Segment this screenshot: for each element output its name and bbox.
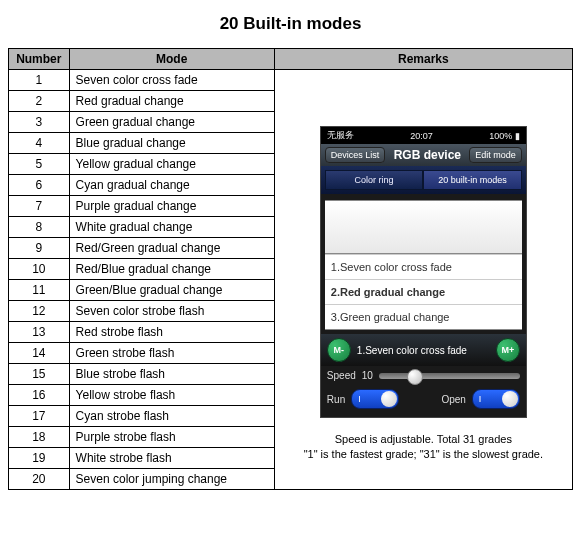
cell-mode: Seven color strobe flash bbox=[69, 301, 274, 322]
status-bar: 无服务 20:07 100% ▮ bbox=[321, 127, 526, 144]
tab-color-ring[interactable]: Color ring bbox=[325, 170, 424, 190]
cell-mode: Yellow strobe flash bbox=[69, 385, 274, 406]
status-time: 20:07 bbox=[410, 131, 433, 141]
cell-number: 11 bbox=[9, 280, 70, 301]
picker-item-1[interactable]: 1.Seven color cross fade bbox=[325, 254, 522, 279]
run-toggle[interactable]: I bbox=[351, 389, 399, 409]
cell-mode: Cyan gradual change bbox=[69, 175, 274, 196]
cell-mode: Blue strobe flash bbox=[69, 364, 274, 385]
cell-mode: Red gradual change bbox=[69, 91, 274, 112]
cell-mode: Cyan strobe flash bbox=[69, 406, 274, 427]
cell-mode: White gradual change bbox=[69, 217, 274, 238]
cell-number: 7 bbox=[9, 196, 70, 217]
picker-spacer bbox=[325, 201, 522, 254]
remarks-line2: "1" is the fastest grade; "31" is the sl… bbox=[304, 447, 543, 462]
cell-number: 14 bbox=[9, 343, 70, 364]
cell-number: 20 bbox=[9, 469, 70, 490]
run-label: Run bbox=[327, 394, 345, 405]
open-toggle[interactable]: I bbox=[472, 389, 520, 409]
speed-slider[interactable] bbox=[379, 373, 520, 379]
cell-number: 1 bbox=[9, 70, 70, 91]
cell-number: 19 bbox=[9, 448, 70, 469]
cell-number: 17 bbox=[9, 406, 70, 427]
picker-item-3[interactable]: 3.Green gradual change bbox=[325, 304, 522, 329]
remarks-line1: Speed is adjustable. Total 31 grades bbox=[304, 432, 543, 447]
speed-value: 10 bbox=[362, 370, 373, 381]
cell-mode: Green/Blue gradual change bbox=[69, 280, 274, 301]
cell-number: 8 bbox=[9, 217, 70, 238]
run-bar: Run I Open I bbox=[321, 385, 526, 417]
cell-mode: Seven color jumping change bbox=[69, 469, 274, 490]
current-mode-label: 1.Seven color cross fade bbox=[351, 345, 496, 356]
cell-mode: Seven color cross fade bbox=[69, 70, 274, 91]
cell-mode: Purple gradual change bbox=[69, 196, 274, 217]
status-carrier: 无服务 bbox=[327, 129, 354, 142]
open-label: Open bbox=[441, 394, 465, 405]
cell-number: 16 bbox=[9, 385, 70, 406]
cell-mode: Red strobe flash bbox=[69, 322, 274, 343]
header-remarks: Remarks bbox=[274, 49, 572, 70]
cell-mode: Yellow gradual change bbox=[69, 154, 274, 175]
cell-number: 12 bbox=[9, 301, 70, 322]
modes-table: Number Mode Remarks 1Seven color cross f… bbox=[8, 48, 573, 490]
cell-number: 3 bbox=[9, 112, 70, 133]
nav-title: RGB device bbox=[385, 148, 469, 162]
cell-number: 13 bbox=[9, 322, 70, 343]
cell-number: 10 bbox=[9, 259, 70, 280]
nav-bar: Devices List RGB device Edit mode bbox=[321, 144, 526, 166]
cell-number: 9 bbox=[9, 238, 70, 259]
segment-control: Color ring 20 built-in modes bbox=[321, 166, 526, 194]
cell-mode: Red/Blue gradual change bbox=[69, 259, 274, 280]
cell-mode: Purple strobe flash bbox=[69, 427, 274, 448]
mode-plus-button[interactable]: M+ bbox=[496, 338, 520, 362]
status-battery: 100% ▮ bbox=[489, 131, 520, 141]
phone-screenshot: 无服务 20:07 100% ▮ Devices List RGB device… bbox=[320, 126, 527, 418]
remarks-caption: Speed is adjustable. Total 31 grades "1"… bbox=[304, 432, 543, 463]
table-row: 1Seven color cross fade 无服务 20:07 100% ▮… bbox=[9, 70, 573, 91]
header-number: Number bbox=[9, 49, 70, 70]
play-bar: M- 1.Seven color cross fade M+ bbox=[321, 334, 526, 366]
speed-slider-thumb[interactable] bbox=[407, 369, 423, 385]
speed-bar: Speed 10 bbox=[321, 366, 526, 385]
speed-label: Speed bbox=[327, 370, 356, 381]
cell-number: 6 bbox=[9, 175, 70, 196]
devices-list-button[interactable]: Devices List bbox=[325, 147, 386, 163]
cell-number: 5 bbox=[9, 154, 70, 175]
cell-mode: Green gradual change bbox=[69, 112, 274, 133]
cell-number: 15 bbox=[9, 364, 70, 385]
cell-mode: Red/Green gradual change bbox=[69, 238, 274, 259]
cell-remarks: 无服务 20:07 100% ▮ Devices List RGB device… bbox=[274, 70, 572, 490]
cell-mode: Blue gradual change bbox=[69, 133, 274, 154]
header-mode: Mode bbox=[69, 49, 274, 70]
cell-number: 2 bbox=[9, 91, 70, 112]
mode-minus-button[interactable]: M- bbox=[327, 338, 351, 362]
cell-number: 18 bbox=[9, 427, 70, 448]
page-title: 20 Built-in modes bbox=[8, 14, 573, 34]
mode-picker[interactable]: 1.Seven color cross fade 2.Red gradual c… bbox=[325, 200, 522, 330]
cell-number: 4 bbox=[9, 133, 70, 154]
tab-builtin-modes[interactable]: 20 built-in modes bbox=[423, 170, 522, 190]
picker-item-2[interactable]: 2.Red gradual change bbox=[325, 279, 522, 304]
cell-mode: Green strobe flash bbox=[69, 343, 274, 364]
cell-mode: White strobe flash bbox=[69, 448, 274, 469]
edit-mode-button[interactable]: Edit mode bbox=[469, 147, 522, 163]
